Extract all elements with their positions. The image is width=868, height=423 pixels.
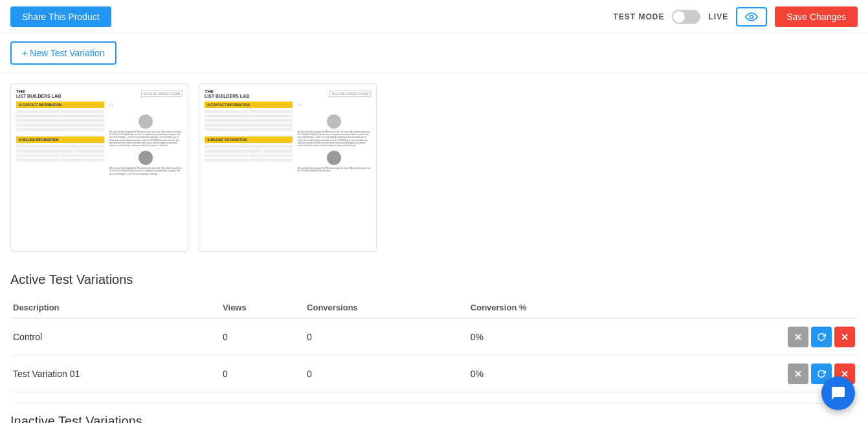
active-variations-section: Active Test Variations Description Views… <box>0 262 868 403</box>
row-conversions: 0 <box>304 318 468 356</box>
delete-button-control[interactable] <box>834 327 855 347</box>
preview-card-control[interactable]: THELIST BUILDERS LAB SECURE ORDER FORM ①… <box>10 83 188 252</box>
x-icon <box>794 370 802 378</box>
table-row: Control 0 0 0% <box>10 318 858 356</box>
refresh-icon <box>817 332 826 342</box>
eye-icon <box>745 12 758 21</box>
preview-form-2: THELIST BUILDERS LAB SECURE ORDER FORM ①… <box>199 84 376 251</box>
col-views: Views <box>220 298 304 318</box>
row-conversion-pct: 0% <box>468 356 647 393</box>
inactive-variations-section: Inactive Test Variations Description Vie… <box>0 404 868 423</box>
row-conversion-pct: 0% <box>468 318 647 356</box>
action-buttons <box>649 363 855 384</box>
preview-form-1: THELIST BUILDERS LAB SECURE ORDER FORM ①… <box>11 84 188 251</box>
disable-button-control[interactable] <box>788 327 808 347</box>
disable-button-variation01[interactable] <box>788 363 808 384</box>
col-description: Description <box>10 298 220 318</box>
active-table-head: Description Views Conversions Conversion… <box>10 298 858 318</box>
row-description: Test Variation 01 <box>10 356 220 393</box>
test-mode-toggle[interactable] <box>672 10 700 24</box>
refresh-button-control[interactable] <box>811 327 832 347</box>
action-buttons <box>649 327 855 347</box>
refresh-icon <box>817 369 826 378</box>
new-variation-button[interactable]: + New Test Variation <box>10 41 117 65</box>
col-conversions: Conversions <box>304 298 468 318</box>
x-icon <box>794 333 802 341</box>
preview-button[interactable] <box>736 7 767 27</box>
test-mode-label: TEST MODE <box>613 12 664 21</box>
col-actions <box>647 298 858 318</box>
chat-icon <box>830 385 846 401</box>
col-conversion-pct: Conversion % <box>468 298 647 318</box>
header-right: TEST MODE LIVE Save Changes <box>613 6 858 27</box>
toggle-wrapper <box>672 10 700 24</box>
inactive-section-title: Inactive Test Variations <box>10 414 858 423</box>
toggle-knob <box>673 11 685 23</box>
preview-card-variation-01[interactable]: THELIST BUILDERS LAB SECURE ORDER FORM ①… <box>199 83 377 252</box>
live-label: LIVE <box>708 12 728 21</box>
share-button[interactable]: Share This Product <box>10 6 111 27</box>
active-table-body: Control 0 0 0% <box>10 318 858 393</box>
preview-area: THELIST BUILDERS LAB SECURE ORDER FORM ①… <box>0 73 868 262</box>
svg-point-0 <box>750 15 753 18</box>
active-table-header-row: Description Views Conversions Conversion… <box>10 298 858 318</box>
variation-bar: + New Test Variation <box>0 34 868 73</box>
row-description: Control <box>10 318 220 356</box>
trash-icon <box>841 333 849 341</box>
header: Share This Product TEST MODE LIVE Save C… <box>0 0 868 34</box>
table-row: Test Variation 01 0 0 0% <box>10 356 858 393</box>
active-section-title: Active Test Variations <box>10 272 858 287</box>
chat-button[interactable] <box>821 376 855 410</box>
active-variations-table: Description Views Conversions Conversion… <box>10 298 858 393</box>
row-views: 0 <box>220 356 304 393</box>
save-changes-button[interactable]: Save Changes <box>775 6 858 27</box>
row-actions <box>647 318 858 356</box>
row-views: 0 <box>220 318 304 356</box>
row-conversions: 0 <box>304 356 468 393</box>
